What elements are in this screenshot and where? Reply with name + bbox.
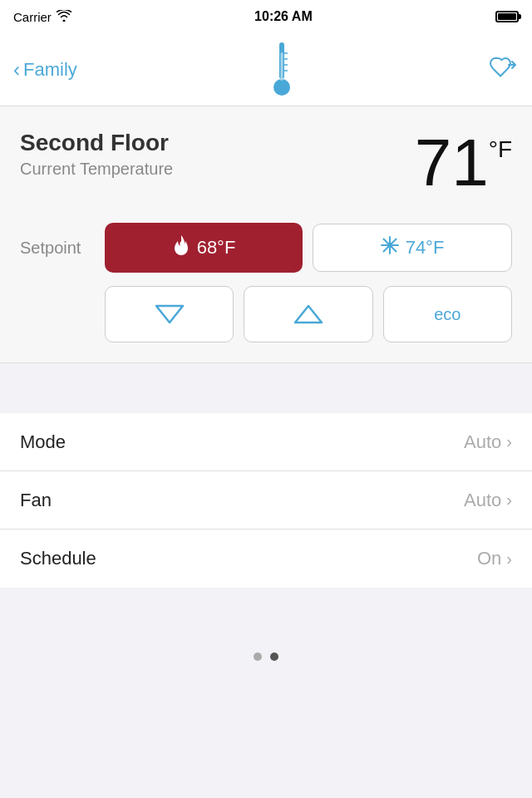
fan-setting[interactable]: Fan Auto › (0, 471, 532, 530)
mode-chevron-icon: › (506, 432, 512, 451)
mode-label: Mode (20, 431, 66, 453)
schedule-label: Schedule (20, 548, 96, 569)
temp-unit: °F (489, 138, 512, 161)
heat-setpoint-value: 68°F (197, 237, 236, 259)
status-bar: Carrier 10:26 AM (0, 0, 532, 33)
fan-chevron-icon: › (506, 490, 512, 510)
favorite-button[interactable] (487, 53, 519, 86)
status-battery (495, 11, 519, 22)
spacer (0, 363, 532, 413)
fan-label: Fan (20, 490, 52, 511)
room-info: Second Floor Current Temperature (20, 130, 173, 179)
status-carrier-wifi: Carrier (13, 10, 71, 24)
temperature-display: 71 °F (415, 130, 512, 196)
mode-value: Auto (464, 431, 501, 453)
battery-icon (495, 11, 519, 22)
room-name: Second Floor (20, 130, 173, 156)
eco-button[interactable]: eco (383, 286, 512, 342)
schedule-chevron-icon: › (506, 549, 512, 569)
svg-rect-2 (281, 52, 283, 81)
status-time: 10:26 AM (254, 9, 313, 24)
cool-setpoint-button[interactable]: 74°F (313, 224, 512, 272)
room-section: Second Floor Current Temperature 71 °F (20, 130, 512, 196)
controls-row: eco (105, 286, 512, 342)
carrier-label: Carrier (13, 10, 52, 24)
bottom-spacer (0, 588, 532, 638)
page-dot-2 (270, 653, 278, 661)
back-chevron-icon: ‹ (13, 58, 20, 81)
heat-setpoint-button[interactable]: 68°F (105, 223, 303, 273)
nav-bar: ‹ Family (0, 33, 532, 106)
schedule-setting[interactable]: Schedule On › (0, 530, 532, 588)
svg-marker-12 (156, 306, 183, 323)
fan-value-row: Auto › (464, 490, 512, 511)
settings-list: Mode Auto › Fan Auto › Schedule On › (0, 413, 532, 588)
fan-value: Auto (464, 490, 501, 511)
eco-label: eco (434, 305, 461, 324)
increase-button[interactable] (244, 286, 372, 342)
setpoint-label: Setpoint (20, 239, 95, 258)
flame-icon (172, 234, 190, 261)
thermometer-icon (268, 40, 295, 100)
mode-value-row: Auto › (464, 431, 512, 453)
back-button[interactable]: ‹ Family (13, 58, 77, 81)
svg-marker-13 (295, 306, 322, 323)
wifi-icon (57, 10, 71, 24)
page-dots (0, 638, 532, 681)
decrease-button[interactable] (105, 286, 234, 342)
page-dot-1 (254, 653, 262, 661)
mode-setting[interactable]: Mode Auto › (0, 413, 532, 471)
schedule-value-row: On › (477, 548, 512, 569)
main-panel: Second Floor Current Temperature 71 °F S… (0, 106, 532, 363)
svg-point-1 (273, 79, 290, 96)
snowflake-icon (381, 236, 399, 259)
cool-setpoint-value: 74°F (406, 237, 445, 259)
back-label: Family (23, 59, 77, 81)
schedule-value: On (477, 548, 501, 569)
room-subtitle: Current Temperature (20, 160, 173, 179)
setpoint-section: Setpoint 68°F 74°F (20, 223, 512, 273)
temp-value: 71 (415, 130, 489, 196)
